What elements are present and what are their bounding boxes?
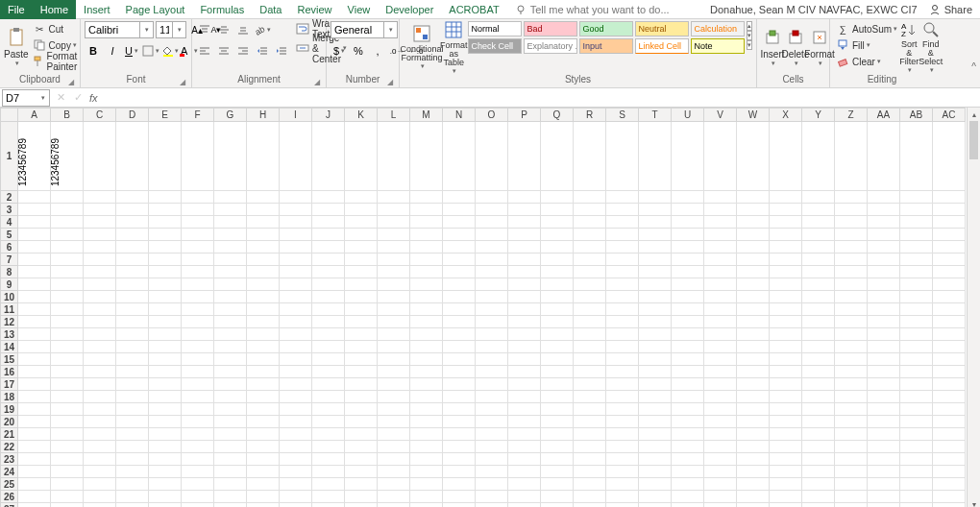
cell-E9[interactable] bbox=[149, 278, 182, 291]
cell-N1[interactable] bbox=[443, 122, 476, 191]
cell-I16[interactable] bbox=[280, 366, 312, 378]
cell-B16[interactable] bbox=[51, 366, 84, 378]
cell-O14[interactable] bbox=[476, 341, 508, 353]
cell-AC10[interactable] bbox=[933, 291, 966, 303]
orientation-button[interactable]: ab bbox=[254, 21, 271, 38]
cell-Z2[interactable] bbox=[835, 191, 868, 204]
cell-S21[interactable] bbox=[606, 428, 639, 441]
cell-Q16[interactable] bbox=[541, 366, 574, 378]
cell-M16[interactable] bbox=[410, 366, 443, 378]
cell-A23[interactable] bbox=[18, 453, 51, 466]
cell-J4[interactable] bbox=[312, 216, 345, 229]
cell-G14[interactable] bbox=[214, 341, 247, 353]
cell-AB13[interactable] bbox=[900, 328, 933, 341]
cell-R21[interactable] bbox=[574, 428, 606, 441]
cell-I15[interactable] bbox=[280, 353, 312, 366]
cell-O11[interactable] bbox=[476, 303, 508, 316]
insert-cells-button[interactable]: Insert bbox=[761, 21, 784, 73]
align-left-button[interactable] bbox=[196, 42, 213, 60]
cell-AB21[interactable] bbox=[900, 428, 933, 441]
cell-X3[interactable] bbox=[770, 204, 802, 216]
cell-Z4[interactable] bbox=[835, 216, 868, 229]
cell-M15[interactable] bbox=[410, 353, 443, 366]
cell-J20[interactable] bbox=[312, 416, 345, 428]
cell-H20[interactable] bbox=[247, 416, 280, 428]
cell-AB17[interactable] bbox=[900, 378, 933, 391]
cell-T7[interactable] bbox=[639, 254, 672, 266]
cell-D15[interactable] bbox=[116, 353, 149, 366]
cell-B23[interactable] bbox=[51, 453, 84, 466]
col-header-V[interactable]: V bbox=[704, 109, 737, 122]
cell-AB4[interactable] bbox=[900, 216, 933, 229]
align-middle-button[interactable] bbox=[215, 21, 233, 38]
cell-L18[interactable] bbox=[378, 391, 410, 403]
formula-input[interactable] bbox=[101, 89, 980, 107]
cell-E20[interactable] bbox=[149, 416, 182, 428]
cell-U26[interactable] bbox=[672, 491, 704, 503]
cell-AB23[interactable] bbox=[900, 453, 933, 466]
col-header-AC[interactable]: AC bbox=[933, 109, 966, 122]
cell-E22[interactable] bbox=[149, 441, 182, 453]
cell-D9[interactable] bbox=[116, 278, 149, 291]
cell-H26[interactable] bbox=[247, 491, 280, 503]
cell-B10[interactable] bbox=[51, 291, 84, 303]
cell-A17[interactable] bbox=[18, 378, 51, 391]
cell-C7[interactable] bbox=[84, 254, 116, 266]
cell-W18[interactable] bbox=[737, 391, 770, 403]
cell-Q21[interactable] bbox=[541, 428, 574, 441]
cell-D6[interactable] bbox=[116, 241, 149, 254]
cell-F5[interactable] bbox=[182, 229, 214, 241]
cell-M4[interactable] bbox=[410, 216, 443, 229]
cell-E6[interactable] bbox=[149, 241, 182, 254]
cell-M20[interactable] bbox=[410, 416, 443, 428]
cell-K9[interactable] bbox=[345, 278, 378, 291]
cell-J11[interactable] bbox=[312, 303, 345, 316]
cell-P20[interactable] bbox=[508, 416, 541, 428]
clear-button[interactable]: Clear bbox=[834, 54, 899, 69]
cell-style-linked-cell[interactable]: Linked Cell bbox=[635, 38, 689, 54]
cell-O18[interactable] bbox=[476, 391, 508, 403]
cell-D13[interactable] bbox=[116, 328, 149, 341]
cell-N13[interactable] bbox=[443, 328, 476, 341]
cell-L14[interactable] bbox=[378, 341, 410, 353]
cell-X1[interactable] bbox=[770, 122, 802, 191]
view-tab[interactable]: View bbox=[340, 0, 379, 19]
cell-R19[interactable] bbox=[574, 403, 606, 416]
cell-S3[interactable] bbox=[606, 204, 639, 216]
share-button[interactable]: Share bbox=[929, 4, 972, 15]
cell-P12[interactable] bbox=[508, 316, 541, 328]
cell-AC8[interactable] bbox=[933, 266, 966, 278]
cell-AB19[interactable] bbox=[900, 403, 933, 416]
cell-G13[interactable] bbox=[214, 328, 247, 341]
cell-AB8[interactable] bbox=[900, 266, 933, 278]
cell-AA25[interactable] bbox=[868, 478, 900, 491]
cell-Y16[interactable] bbox=[802, 366, 835, 378]
cell-O9[interactable] bbox=[476, 278, 508, 291]
cell-Z16[interactable] bbox=[835, 366, 868, 378]
cell-W23[interactable] bbox=[737, 453, 770, 466]
cell-F7[interactable] bbox=[182, 254, 214, 266]
cell-V8[interactable] bbox=[704, 266, 737, 278]
col-header-P[interactable]: P bbox=[508, 109, 541, 122]
align-right-button[interactable] bbox=[234, 42, 252, 60]
cell-S26[interactable] bbox=[606, 491, 639, 503]
cell-W17[interactable] bbox=[737, 378, 770, 391]
cell-F19[interactable] bbox=[182, 403, 214, 416]
cell-T11[interactable] bbox=[639, 303, 672, 316]
cell-K8[interactable] bbox=[345, 266, 378, 278]
cell-AC23[interactable] bbox=[933, 453, 966, 466]
cell-X8[interactable] bbox=[770, 266, 802, 278]
cell-I25[interactable] bbox=[280, 478, 312, 491]
cell-Q27[interactable] bbox=[541, 503, 574, 508]
row-header-17[interactable]: 17 bbox=[1, 378, 18, 391]
cell-N24[interactable] bbox=[443, 466, 476, 478]
cell-F27[interactable] bbox=[182, 503, 214, 508]
bold-button[interactable]: B bbox=[85, 42, 102, 60]
cell-W5[interactable] bbox=[737, 229, 770, 241]
cell-W19[interactable] bbox=[737, 403, 770, 416]
cell-F16[interactable] bbox=[182, 366, 214, 378]
cell-D20[interactable] bbox=[116, 416, 149, 428]
cell-Y6[interactable] bbox=[802, 241, 835, 254]
cell-Y27[interactable] bbox=[802, 503, 835, 508]
cell-R3[interactable] bbox=[574, 204, 606, 216]
